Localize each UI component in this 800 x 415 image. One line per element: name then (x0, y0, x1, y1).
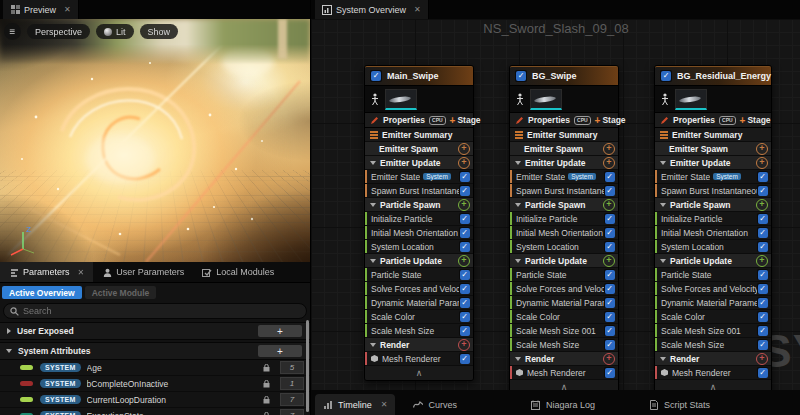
stage-header-row[interactable]: Particle Update+ (365, 254, 473, 268)
chevron-down-icon[interactable] (515, 161, 521, 165)
module-enabled-checkbox[interactable]: ✓ (758, 172, 768, 182)
module-row[interactable]: Scale Mesh Size✓ (365, 324, 473, 338)
module-row[interactable]: Emitter StateSystem✓ (365, 170, 473, 184)
module-enabled-checkbox[interactable]: ✓ (460, 284, 470, 294)
scrollbar[interactable] (306, 320, 309, 412)
add-module-icon[interactable]: + (603, 199, 615, 211)
module-enabled-checkbox[interactable]: ✓ (460, 242, 470, 252)
module-row[interactable]: Particle State✓ (655, 268, 771, 282)
module-row[interactable]: Scale Mesh Size 001✓ (655, 324, 771, 338)
module-enabled-checkbox[interactable]: ✓ (605, 228, 615, 238)
emitter-thumbnail[interactable] (530, 89, 562, 110)
chevron-down-icon[interactable] (515, 203, 521, 207)
stage-header-row[interactable]: Particle Spawn+ (365, 198, 473, 212)
module-enabled-checkbox[interactable]: ✓ (605, 298, 615, 308)
module-enabled-checkbox[interactable]: ✓ (605, 326, 615, 336)
emitter-node-main_swipe[interactable]: ✓Main_SwipePropertiesCPU+StageEmitter Su… (364, 65, 474, 381)
add-module-icon[interactable]: + (603, 143, 615, 155)
module-enabled-checkbox[interactable]: ✓ (758, 326, 768, 336)
module-row[interactable]: Emitter StateSystem✓ (655, 170, 771, 184)
close-icon[interactable]: ✕ (64, 5, 71, 14)
chevron-down-icon[interactable] (370, 259, 376, 263)
module-row[interactable]: Scale Color✓ (510, 310, 618, 324)
chevron-down-icon[interactable] (660, 259, 666, 263)
stage-header-row[interactable]: Particle Spawn+ (510, 198, 618, 212)
module-row[interactable]: Solve Forces and Velocity✓ (365, 282, 473, 296)
module-row[interactable]: System Location✓ (655, 240, 771, 254)
module-row[interactable]: Particle State✓ (510, 268, 618, 282)
tab-user-parameters[interactable]: User Parameters (93, 262, 193, 282)
add-module-icon[interactable]: + (458, 255, 470, 267)
module-row[interactable]: Spawn Burst Instantaneous✓ (655, 184, 771, 198)
module-row[interactable]: Scale Color✓ (365, 310, 473, 324)
stage-header-row[interactable]: Render+ (655, 352, 771, 366)
chevron-down-icon[interactable] (370, 203, 376, 207)
chevron-down-icon[interactable] (515, 357, 521, 361)
collapse-node-button[interactable]: ∧ (510, 380, 618, 390)
module-row[interactable]: Initial Mesh Orientation✓ (510, 226, 618, 240)
module-enabled-checkbox[interactable]: ✓ (758, 214, 768, 224)
attribute-row[interactable]: SYSTEMCurrentLoopDuration7 (0, 392, 310, 408)
emitter-node-header[interactable]: ✓Main_Swipe (365, 66, 473, 86)
module-enabled-checkbox[interactable]: ✓ (758, 312, 768, 322)
stage-header-row[interactable]: Render+ (510, 352, 618, 366)
emitter-node-bg_swipe[interactable]: ✓BG_SwipePropertiesCPU+StageEmitter Summ… (509, 65, 619, 390)
preview-viewport[interactable]: ≡ Perspective Lit Show Z (0, 19, 310, 262)
module-row[interactable]: Solve Forces and Velocity✓ (510, 282, 618, 296)
module-row[interactable]: Initial Mesh Orientation✓ (655, 226, 771, 240)
add-stage-button[interactable]: +Stage (595, 115, 626, 126)
module-enabled-checkbox[interactable]: ✓ (758, 228, 768, 238)
module-row[interactable]: Dynamic Material Parameters✓ (510, 296, 618, 310)
chevron-down-icon[interactable] (370, 343, 376, 347)
module-enabled-checkbox[interactable]: ✓ (460, 354, 470, 364)
add-stage-button[interactable]: +Stage (450, 115, 481, 126)
chevron-down-icon[interactable] (515, 259, 521, 263)
add-module-icon[interactable]: + (603, 353, 615, 365)
stage-header-row[interactable]: Render+ (365, 338, 473, 352)
module-enabled-checkbox[interactable]: ✓ (460, 270, 470, 280)
module-enabled-checkbox[interactable]: ✓ (605, 368, 615, 378)
add-module-icon[interactable]: + (603, 255, 615, 267)
stage-header-row[interactable]: Emitter Update+ (510, 156, 618, 170)
module-enabled-checkbox[interactable]: ✓ (605, 340, 615, 350)
search-input[interactable] (19, 305, 295, 317)
chevron-right-icon[interactable] (7, 328, 11, 334)
chevron-down-icon[interactable] (6, 349, 12, 353)
stage-header-row[interactable]: Emitter Spawn+ (510, 142, 618, 156)
module-enabled-checkbox[interactable]: ✓ (758, 270, 768, 280)
add-module-icon[interactable]: + (458, 199, 470, 211)
module-row[interactable]: Initialize Particle✓ (365, 212, 473, 226)
attribute-row[interactable]: SYSTEMExecutionState7 (0, 408, 310, 415)
close-icon[interactable]: ✕ (78, 268, 85, 277)
module-enabled-checkbox[interactable]: ✓ (605, 172, 615, 182)
add-module-icon[interactable]: + (756, 199, 768, 211)
module-row[interactable]: Initial Mesh Orientation✓ (365, 226, 473, 240)
properties-row[interactable]: PropertiesCPU+Stage (365, 113, 473, 128)
active-module-button[interactable]: Active Module (85, 286, 157, 299)
module-row[interactable]: Solve Forces and Velocity✓ (655, 282, 771, 296)
module-row[interactable]: Scale Color✓ (655, 310, 771, 324)
close-icon[interactable]: ✕ (414, 5, 421, 14)
add-module-icon[interactable]: + (756, 255, 768, 267)
module-row[interactable]: Emitter StateSystem✓ (510, 170, 618, 184)
module-row[interactable]: Mesh Renderer✓ (655, 366, 771, 380)
emitter-enabled-checkbox[interactable]: ✓ (516, 71, 526, 81)
chevron-down-icon[interactable] (660, 357, 666, 361)
module-row[interactable]: Initialize Particle✓ (510, 212, 618, 226)
emitter-enabled-checkbox[interactable]: ✓ (661, 71, 671, 81)
section-user-exposed[interactable]: User Exposed + (0, 322, 310, 340)
active-overview-button[interactable]: Active Overview (2, 286, 82, 299)
module-row[interactable]: Mesh Renderer✓ (510, 366, 618, 380)
properties-row[interactable]: PropertiesCPU+Stage (510, 113, 618, 128)
emitter-summary-row[interactable]: Emitter Summary (655, 128, 771, 142)
emitter-enabled-checkbox[interactable]: ✓ (371, 71, 381, 81)
module-row[interactable]: Scale Mesh Size✓ (510, 338, 618, 352)
attribute-row[interactable]: SYSTEMAge5 (0, 360, 310, 376)
emitter-summary-row[interactable]: Emitter Summary (510, 128, 618, 142)
module-enabled-checkbox[interactable]: ✓ (758, 368, 768, 378)
lit-button[interactable]: Lit (96, 24, 134, 39)
module-enabled-checkbox[interactable]: ✓ (758, 186, 768, 196)
add-module-icon[interactable]: + (756, 157, 768, 169)
tab-preview[interactable]: Preview ✕ (3, 0, 79, 19)
module-enabled-checkbox[interactable]: ✓ (758, 340, 768, 350)
